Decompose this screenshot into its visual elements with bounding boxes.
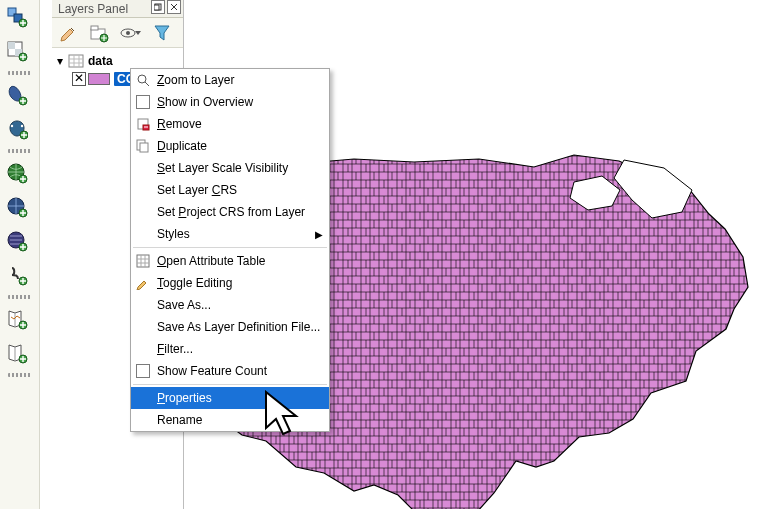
svg-point-26 [126,31,130,35]
svg-point-8 [11,125,13,127]
add-wms-layer-button[interactable] [4,160,30,186]
new-shapefile-layer-button[interactable] [4,306,30,332]
add-group-button[interactable] [88,22,110,44]
layer-visibility-checkbox[interactable] [72,72,86,86]
menu-save-as-layer-definition[interactable]: Save As Layer Definition File... [131,316,329,338]
menu-zoom-to-layer[interactable]: Zoom to Layer [131,69,329,91]
menu-set-project-crs[interactable]: Set Project CRS from Layer [131,201,329,223]
menu-toggle-editing[interactable]: Toggle Editing [131,272,329,294]
menu-show-in-overview[interactable]: Show in Overview [131,91,329,113]
manage-layers-toolbar [0,0,40,509]
checkbox-icon [136,95,150,109]
menu-duplicate[interactable]: Duplicate [131,135,329,157]
add-postgis-layer-button[interactable] [4,116,30,142]
menu-show-feature-count[interactable]: Show Feature Count [131,360,329,382]
layer-context-menu: Zoom to Layer Show in Overview Remove Du… [130,68,330,432]
menu-set-layer-crs[interactable]: Set Layer CRS [131,179,329,201]
add-wfs-layer-button[interactable] [4,228,30,254]
menu-styles[interactable]: Styles▶ [131,223,329,245]
style-layer-button[interactable] [58,22,80,44]
add-raster-layer-button[interactable] [4,38,30,64]
svg-point-29 [138,75,146,83]
magnifier-icon [135,72,151,88]
pencil-icon [135,275,151,291]
new-memory-layer-button[interactable] [4,340,30,366]
menu-open-attribute-table[interactable]: Open Attribute Table [131,250,329,272]
add-vector-layer-button[interactable] [4,4,30,30]
group-label: data [86,54,113,68]
duplicate-icon [135,138,151,154]
toolbar-handle[interactable] [0,292,39,302]
submenu-arrow-icon: ▶ [315,229,323,240]
menu-separator [133,384,327,385]
toolbar-handle[interactable] [0,146,39,156]
checkbox-icon [136,364,150,378]
collapse-icon[interactable]: ▾ [54,54,66,68]
add-delimited-text-layer-button[interactable] [4,262,30,288]
panel-close-button[interactable] [167,0,181,14]
table-icon [68,54,84,68]
panel-undock-button[interactable] [151,0,165,14]
add-wcs-layer-button[interactable] [4,194,30,220]
menu-save-as[interactable]: Save As... [131,294,329,316]
svg-rect-33 [140,143,148,152]
svg-rect-34 [137,255,149,267]
layers-panel-toolbar [52,18,183,48]
remove-icon [135,116,151,132]
svg-point-9 [21,125,23,127]
svg-rect-4 [8,42,15,49]
menu-remove[interactable]: Remove [131,113,329,135]
menu-separator [133,247,327,248]
menu-set-scale-visibility[interactable]: Set Layer Scale Visibility [131,157,329,179]
table-icon [135,253,151,269]
svg-rect-21 [154,5,159,10]
svg-rect-23 [91,26,98,30]
layer-symbol-swatch [88,73,110,85]
filter-legend-button[interactable] [152,22,172,44]
toolbar-handle[interactable] [0,68,39,78]
menu-properties[interactable]: Properties [131,387,329,409]
toolbar-handle[interactable] [0,370,39,380]
add-spatialite-layer-button[interactable] [4,82,30,108]
svg-rect-27 [69,55,83,67]
menu-filter[interactable]: Filter... [131,338,329,360]
menu-rename[interactable]: Rename [131,409,329,431]
visibility-menu-button[interactable] [118,22,144,44]
